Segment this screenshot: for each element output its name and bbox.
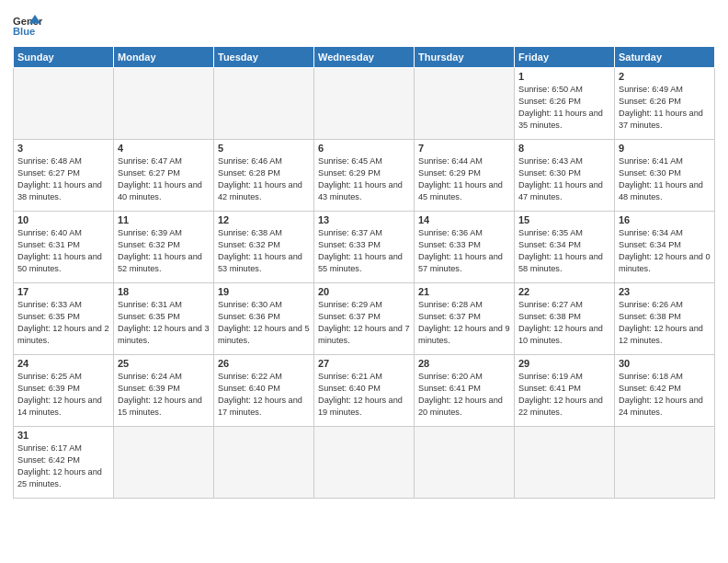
day-number: 2 (619, 71, 711, 82)
day-info: Sunrise: 6:47 AMSunset: 6:27 PMDaylight:… (118, 155, 210, 203)
calendar-week-row: 24Sunrise: 6:25 AMSunset: 6:39 PMDayligh… (14, 355, 715, 427)
header-monday: Monday (114, 47, 214, 68)
calendar-cell: 7Sunrise: 6:44 AMSunset: 6:29 PMDaylight… (415, 140, 515, 212)
day-info: Sunrise: 6:34 AMSunset: 6:34 PMDaylight:… (619, 227, 711, 275)
logo: General Blue (13, 13, 42, 39)
calendar-cell: 13Sunrise: 6:37 AMSunset: 6:33 PMDayligh… (314, 212, 415, 283)
day-info: Sunrise: 6:39 AMSunset: 6:32 PMDaylight:… (118, 227, 210, 275)
day-number: 28 (418, 358, 510, 369)
day-number: 24 (17, 358, 109, 369)
day-number: 5 (218, 143, 310, 154)
calendar-cell: 27Sunrise: 6:21 AMSunset: 6:40 PMDayligh… (314, 355, 415, 427)
day-info: Sunrise: 6:48 AMSunset: 6:27 PMDaylight:… (17, 155, 109, 203)
day-number: 8 (518, 143, 610, 154)
calendar-cell (14, 68, 114, 140)
day-number: 21 (418, 286, 510, 297)
calendar-cell: 10Sunrise: 6:40 AMSunset: 6:31 PMDayligh… (14, 212, 114, 283)
calendar-cell: 28Sunrise: 6:20 AMSunset: 6:41 PMDayligh… (415, 355, 515, 427)
calendar-cell: 25Sunrise: 6:24 AMSunset: 6:39 PMDayligh… (114, 355, 214, 427)
day-number: 27 (318, 358, 410, 369)
day-info: Sunrise: 6:37 AMSunset: 6:33 PMDaylight:… (318, 227, 410, 275)
calendar-cell: 22Sunrise: 6:27 AMSunset: 6:38 PMDayligh… (515, 283, 615, 355)
day-number: 12 (218, 214, 310, 225)
calendar-cell: 24Sunrise: 6:25 AMSunset: 6:39 PMDayligh… (14, 355, 114, 427)
calendar-cell: 4Sunrise: 6:47 AMSunset: 6:27 PMDaylight… (114, 140, 214, 212)
svg-text:Blue: Blue (13, 26, 35, 37)
day-info: Sunrise: 6:24 AMSunset: 6:39 PMDaylight:… (118, 371, 210, 419)
day-number: 31 (17, 430, 109, 441)
calendar-cell: 8Sunrise: 6:43 AMSunset: 6:30 PMDaylight… (515, 140, 615, 212)
day-number: 22 (518, 286, 610, 297)
calendar-week-row: 31Sunrise: 6:17 AMSunset: 6:42 PMDayligh… (14, 427, 715, 499)
calendar-cell: 15Sunrise: 6:35 AMSunset: 6:34 PMDayligh… (515, 212, 615, 283)
day-number: 6 (318, 143, 410, 154)
day-number: 26 (218, 358, 310, 369)
calendar-cell: 12Sunrise: 6:38 AMSunset: 6:32 PMDayligh… (214, 212, 314, 283)
calendar-cell (314, 427, 415, 499)
day-info: Sunrise: 6:50 AMSunset: 6:26 PMDaylight:… (518, 84, 610, 132)
day-info: Sunrise: 6:21 AMSunset: 6:40 PMDaylight:… (318, 371, 410, 419)
day-number: 30 (619, 358, 711, 369)
day-info: Sunrise: 6:29 AMSunset: 6:37 PMDaylight:… (318, 299, 410, 347)
calendar-cell: 1Sunrise: 6:50 AMSunset: 6:26 PMDaylight… (515, 68, 615, 140)
day-number: 15 (518, 214, 610, 225)
calendar-week-row: 10Sunrise: 6:40 AMSunset: 6:31 PMDayligh… (14, 212, 715, 283)
day-info: Sunrise: 6:30 AMSunset: 6:36 PMDaylight:… (218, 299, 310, 347)
day-number: 1 (518, 71, 610, 82)
calendar-cell (114, 427, 214, 499)
header-sunday: Sunday (14, 47, 114, 68)
day-number: 17 (17, 286, 109, 297)
day-info: Sunrise: 6:38 AMSunset: 6:32 PMDaylight:… (218, 227, 310, 275)
day-number: 29 (518, 358, 610, 369)
day-number: 25 (118, 358, 210, 369)
calendar-cell (415, 427, 515, 499)
day-info: Sunrise: 6:43 AMSunset: 6:30 PMDaylight:… (518, 155, 610, 203)
calendar-cell: 9Sunrise: 6:41 AMSunset: 6:30 PMDaylight… (615, 140, 715, 212)
header-friday: Friday (515, 47, 615, 68)
calendar-cell: 6Sunrise: 6:45 AMSunset: 6:29 PMDaylight… (314, 140, 415, 212)
day-number: 10 (17, 214, 109, 225)
day-number: 11 (118, 214, 210, 225)
calendar-cell (615, 427, 715, 499)
logo-icon: General Blue (13, 13, 42, 39)
day-info: Sunrise: 6:45 AMSunset: 6:29 PMDaylight:… (318, 155, 410, 203)
day-info: Sunrise: 6:17 AMSunset: 6:42 PMDaylight:… (17, 442, 109, 490)
day-info: Sunrise: 6:18 AMSunset: 6:42 PMDaylight:… (619, 371, 711, 419)
day-info: Sunrise: 6:35 AMSunset: 6:34 PMDaylight:… (518, 227, 610, 275)
day-number: 18 (118, 286, 210, 297)
day-info: Sunrise: 6:22 AMSunset: 6:40 PMDaylight:… (218, 371, 310, 419)
day-info: Sunrise: 6:46 AMSunset: 6:28 PMDaylight:… (218, 155, 310, 203)
calendar-cell: 3Sunrise: 6:48 AMSunset: 6:27 PMDaylight… (14, 140, 114, 212)
calendar-cell (314, 68, 415, 140)
calendar-cell: 11Sunrise: 6:39 AMSunset: 6:32 PMDayligh… (114, 212, 214, 283)
day-number: 4 (118, 143, 210, 154)
header: General Blue (13, 9, 715, 39)
day-number: 20 (318, 286, 410, 297)
day-info: Sunrise: 6:40 AMSunset: 6:31 PMDaylight:… (17, 227, 109, 275)
calendar-cell: 14Sunrise: 6:36 AMSunset: 6:33 PMDayligh… (415, 212, 515, 283)
calendar-cell: 23Sunrise: 6:26 AMSunset: 6:38 PMDayligh… (615, 283, 715, 355)
calendar-cell: 26Sunrise: 6:22 AMSunset: 6:40 PMDayligh… (214, 355, 314, 427)
page: General Blue SundayMondayTuesdayWednesda… (0, 0, 728, 563)
day-number: 16 (619, 214, 711, 225)
day-info: Sunrise: 6:25 AMSunset: 6:39 PMDaylight:… (17, 371, 109, 419)
day-number: 23 (619, 286, 711, 297)
day-number: 13 (318, 214, 410, 225)
header-tuesday: Tuesday (214, 47, 314, 68)
calendar-cell: 2Sunrise: 6:49 AMSunset: 6:26 PMDaylight… (615, 68, 715, 140)
day-info: Sunrise: 6:36 AMSunset: 6:33 PMDaylight:… (418, 227, 510, 275)
calendar-cell: 5Sunrise: 6:46 AMSunset: 6:28 PMDaylight… (214, 140, 314, 212)
day-info: Sunrise: 6:33 AMSunset: 6:35 PMDaylight:… (17, 299, 109, 347)
calendar-week-row: 17Sunrise: 6:33 AMSunset: 6:35 PMDayligh… (14, 283, 715, 355)
day-info: Sunrise: 6:44 AMSunset: 6:29 PMDaylight:… (418, 155, 510, 203)
calendar-cell (214, 427, 314, 499)
day-number: 7 (418, 143, 510, 154)
header-wednesday: Wednesday (314, 47, 415, 68)
day-info: Sunrise: 6:27 AMSunset: 6:38 PMDaylight:… (518, 299, 610, 347)
calendar-cell: 21Sunrise: 6:28 AMSunset: 6:37 PMDayligh… (415, 283, 515, 355)
calendar-cell: 29Sunrise: 6:19 AMSunset: 6:41 PMDayligh… (515, 355, 615, 427)
calendar-cell (214, 68, 314, 140)
calendar-cell (415, 68, 515, 140)
calendar-cell: 18Sunrise: 6:31 AMSunset: 6:35 PMDayligh… (114, 283, 214, 355)
day-info: Sunrise: 6:26 AMSunset: 6:38 PMDaylight:… (619, 299, 711, 347)
